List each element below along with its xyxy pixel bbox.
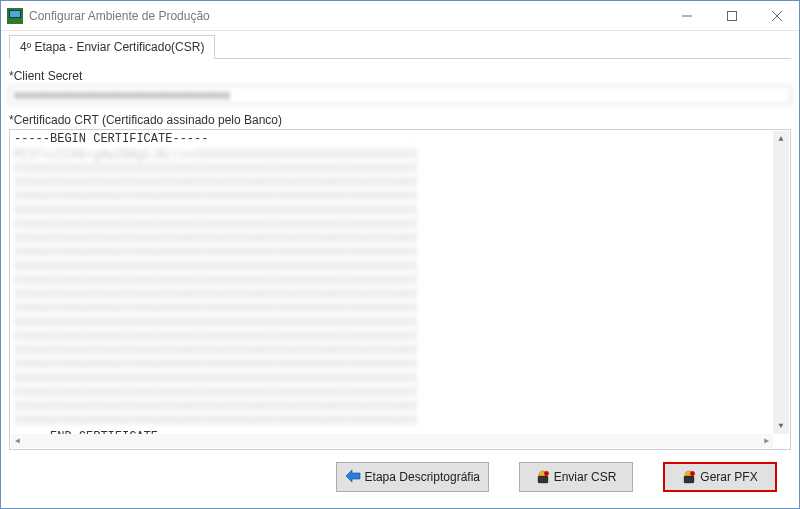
- svg-rect-2: [10, 11, 20, 17]
- generate-pfx-button[interactable]: Gerar PFX: [663, 462, 777, 492]
- send-csr-button[interactable]: Enviar CSR: [519, 462, 633, 492]
- content-area: 4º Etapa - Enviar Certificado(CSR) *Clie…: [1, 31, 799, 508]
- scroll-down-arrow-icon[interactable]: ▼: [773, 418, 789, 434]
- tab-strip: 4º Etapa - Enviar Certificado(CSR): [9, 35, 791, 59]
- svg-point-8: [544, 471, 548, 475]
- window-title: Configurar Ambiente de Produção: [29, 9, 664, 23]
- svg-rect-9: [684, 476, 694, 483]
- svg-rect-4: [727, 11, 736, 20]
- client-secret-input[interactable]: [9, 85, 791, 105]
- cert-body: MIIFxzCCA6+gAwIBAgIJALtxxXXXXXXXXXXXXXXX…: [14, 148, 419, 428]
- titlebar: Configurar Ambiente de Produção: [1, 1, 799, 31]
- app-icon: [7, 8, 23, 24]
- client-secret-label: *Client Secret: [9, 69, 791, 83]
- cert-begin-line: -----BEGIN CERTIFICATE-----: [14, 132, 786, 146]
- svg-rect-7: [538, 476, 548, 483]
- cert-crt-label: *Certificado CRT (Certificado assinado p…: [9, 113, 791, 127]
- send-csr-button-label: Enviar CSR: [554, 470, 617, 484]
- vertical-scrollbar[interactable]: ▲ ▼: [773, 131, 789, 434]
- button-row: Etapa Descriptográfia Enviar CSR: [9, 450, 791, 500]
- arrow-left-icon: [345, 469, 361, 486]
- window-controls: [664, 1, 799, 30]
- scroll-right-arrow-icon[interactable]: ▶: [764, 434, 769, 448]
- close-button[interactable]: [754, 1, 799, 30]
- back-button-label: Etapa Descriptográfia: [365, 470, 480, 484]
- lock-icon: [682, 470, 696, 484]
- tab-step4[interactable]: 4º Etapa - Enviar Certificado(CSR): [9, 35, 215, 59]
- back-button[interactable]: Etapa Descriptográfia: [336, 462, 489, 492]
- generate-pfx-button-label: Gerar PFX: [700, 470, 757, 484]
- lock-icon: [536, 470, 550, 484]
- svg-point-10: [691, 471, 695, 475]
- horizontal-scrollbar[interactable]: ◀ ▶: [11, 434, 773, 448]
- scroll-up-arrow-icon[interactable]: ▲: [773, 131, 789, 147]
- cert-textarea[interactable]: -----BEGIN CERTIFICATE----- MIIFxzCCA6+g…: [9, 129, 791, 450]
- scroll-left-arrow-icon[interactable]: ◀: [15, 434, 20, 448]
- minimize-button[interactable]: [664, 1, 709, 30]
- form-area: *Client Secret *Certificado CRT (Certifi…: [9, 65, 791, 500]
- maximize-button[interactable]: [709, 1, 754, 30]
